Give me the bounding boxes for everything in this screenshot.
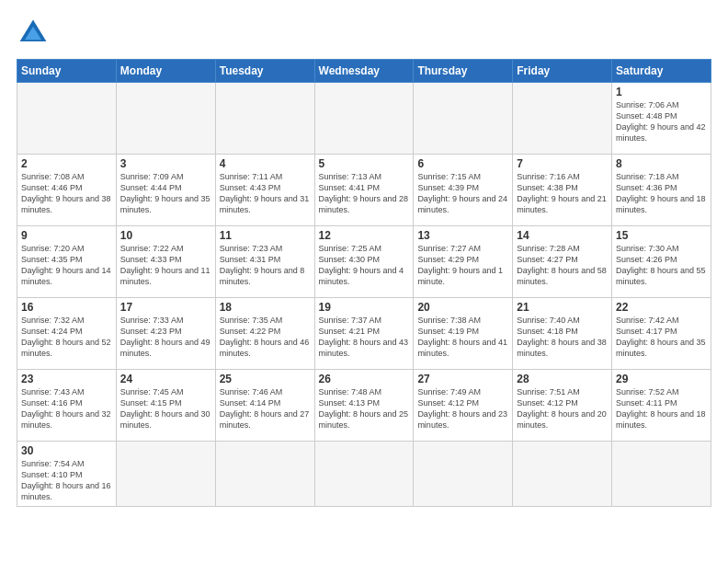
day-cell: 8Sunrise: 7:18 AM Sunset: 4:36 PM Daylig… <box>612 155 711 226</box>
day-cell: 20Sunrise: 7:38 AM Sunset: 4:19 PM Dayli… <box>414 298 513 370</box>
day-cell <box>314 442 414 507</box>
day-info: Sunrise: 7:09 AM Sunset: 4:44 PM Dayligh… <box>120 171 211 216</box>
week-row-4: 23Sunrise: 7:43 AM Sunset: 4:16 PM Dayli… <box>17 370 711 442</box>
day-cell <box>513 83 612 155</box>
day-cell <box>513 442 612 507</box>
day-number: 17 <box>120 301 211 314</box>
day-number: 14 <box>517 229 608 242</box>
day-info: Sunrise: 7:43 AM Sunset: 4:16 PM Dayligh… <box>21 386 112 431</box>
day-cell <box>116 83 215 155</box>
day-cell: 22Sunrise: 7:42 AM Sunset: 4:17 PM Dayli… <box>612 298 711 370</box>
day-number: 9 <box>21 229 112 242</box>
day-number: 21 <box>517 301 608 314</box>
header <box>17 17 711 50</box>
day-cell: 24Sunrise: 7:45 AM Sunset: 4:15 PM Dayli… <box>116 370 215 442</box>
day-number: 12 <box>319 229 410 242</box>
day-cell: 27Sunrise: 7:49 AM Sunset: 4:12 PM Dayli… <box>414 370 513 442</box>
day-cell: 5Sunrise: 7:13 AM Sunset: 4:41 PM Daylig… <box>314 155 414 226</box>
day-cell: 18Sunrise: 7:35 AM Sunset: 4:22 PM Dayli… <box>215 298 314 370</box>
week-row-5: 30Sunrise: 7:54 AM Sunset: 4:10 PM Dayli… <box>17 442 711 507</box>
day-info: Sunrise: 7:51 AM Sunset: 4:12 PM Dayligh… <box>517 386 608 431</box>
day-cell: 7Sunrise: 7:16 AM Sunset: 4:38 PM Daylig… <box>513 155 612 226</box>
day-number: 18 <box>220 301 311 314</box>
day-cell: 25Sunrise: 7:46 AM Sunset: 4:14 PM Dayli… <box>215 370 314 442</box>
day-info: Sunrise: 7:38 AM Sunset: 4:19 PM Dayligh… <box>417 315 508 360</box>
day-cell: 30Sunrise: 7:54 AM Sunset: 4:10 PM Dayli… <box>17 442 117 507</box>
day-cell: 1Sunrise: 7:06 AM Sunset: 4:48 PM Daylig… <box>612 83 711 155</box>
day-info: Sunrise: 7:33 AM Sunset: 4:23 PM Dayligh… <box>120 315 211 360</box>
day-info: Sunrise: 7:08 AM Sunset: 4:46 PM Dayligh… <box>21 171 112 216</box>
day-cell: 23Sunrise: 7:43 AM Sunset: 4:16 PM Dayli… <box>17 370 117 442</box>
day-number: 6 <box>417 157 508 170</box>
weekday-header-saturday: Saturday <box>612 60 711 83</box>
week-row-1: 2Sunrise: 7:08 AM Sunset: 4:46 PM Daylig… <box>17 155 711 226</box>
day-info: Sunrise: 7:18 AM Sunset: 4:36 PM Dayligh… <box>616 171 707 216</box>
weekday-header-wednesday: Wednesday <box>314 60 414 83</box>
day-number: 7 <box>517 157 608 170</box>
day-cell: 15Sunrise: 7:30 AM Sunset: 4:26 PM Dayli… <box>612 226 711 298</box>
week-row-3: 16Sunrise: 7:32 AM Sunset: 4:24 PM Dayli… <box>17 298 711 370</box>
day-info: Sunrise: 7:13 AM Sunset: 4:41 PM Dayligh… <box>319 171 410 216</box>
day-cell <box>414 442 513 507</box>
week-row-0: 1Sunrise: 7:06 AM Sunset: 4:48 PM Daylig… <box>17 83 711 155</box>
day-cell: 19Sunrise: 7:37 AM Sunset: 4:21 PM Dayli… <box>314 298 414 370</box>
logo-icon <box>17 17 50 50</box>
day-info: Sunrise: 7:46 AM Sunset: 4:14 PM Dayligh… <box>220 386 311 431</box>
day-number: 30 <box>21 444 112 457</box>
day-cell: 16Sunrise: 7:32 AM Sunset: 4:24 PM Dayli… <box>17 298 117 370</box>
day-info: Sunrise: 7:37 AM Sunset: 4:21 PM Dayligh… <box>319 315 410 360</box>
day-info: Sunrise: 7:22 AM Sunset: 4:33 PM Dayligh… <box>120 243 211 288</box>
day-cell: 13Sunrise: 7:27 AM Sunset: 4:29 PM Dayli… <box>414 226 513 298</box>
day-cell: 9Sunrise: 7:20 AM Sunset: 4:35 PM Daylig… <box>17 226 117 298</box>
day-cell: 14Sunrise: 7:28 AM Sunset: 4:27 PM Dayli… <box>513 226 612 298</box>
day-number: 25 <box>220 373 311 385</box>
logo <box>17 17 53 50</box>
day-info: Sunrise: 7:49 AM Sunset: 4:12 PM Dayligh… <box>417 386 508 431</box>
day-number: 19 <box>319 301 410 314</box>
day-number: 29 <box>616 373 707 385</box>
day-number: 24 <box>120 373 211 385</box>
day-info: Sunrise: 7:23 AM Sunset: 4:31 PM Dayligh… <box>220 243 311 288</box>
day-cell: 12Sunrise: 7:25 AM Sunset: 4:30 PM Dayli… <box>314 226 414 298</box>
day-cell <box>314 83 414 155</box>
weekday-header-friday: Friday <box>513 60 612 83</box>
weekday-header-row: SundayMondayTuesdayWednesdayThursdayFrid… <box>17 60 711 83</box>
day-info: Sunrise: 7:52 AM Sunset: 4:11 PM Dayligh… <box>616 386 707 431</box>
day-number: 27 <box>417 373 508 385</box>
day-cell: 21Sunrise: 7:40 AM Sunset: 4:18 PM Dayli… <box>513 298 612 370</box>
day-info: Sunrise: 7:06 AM Sunset: 4:48 PM Dayligh… <box>616 99 707 144</box>
day-info: Sunrise: 7:16 AM Sunset: 4:38 PM Dayligh… <box>517 171 608 216</box>
day-info: Sunrise: 7:11 AM Sunset: 4:43 PM Dayligh… <box>220 171 311 216</box>
day-number: 16 <box>21 301 112 314</box>
day-cell: 4Sunrise: 7:11 AM Sunset: 4:43 PM Daylig… <box>215 155 314 226</box>
page: SundayMondayTuesdayWednesdayThursdayFrid… <box>0 0 728 563</box>
day-info: Sunrise: 7:40 AM Sunset: 4:18 PM Dayligh… <box>517 315 608 360</box>
day-number: 13 <box>417 229 508 242</box>
day-cell: 28Sunrise: 7:51 AM Sunset: 4:12 PM Dayli… <box>513 370 612 442</box>
day-cell: 26Sunrise: 7:48 AM Sunset: 4:13 PM Dayli… <box>314 370 414 442</box>
day-number: 22 <box>616 301 707 314</box>
weekday-header-sunday: Sunday <box>17 60 117 83</box>
weekday-header-tuesday: Tuesday <box>215 60 314 83</box>
day-info: Sunrise: 7:45 AM Sunset: 4:15 PM Dayligh… <box>120 386 211 431</box>
day-number: 2 <box>21 157 112 170</box>
day-info: Sunrise: 7:35 AM Sunset: 4:22 PM Dayligh… <box>220 315 311 360</box>
day-info: Sunrise: 7:30 AM Sunset: 4:26 PM Dayligh… <box>616 243 707 288</box>
day-info: Sunrise: 7:54 AM Sunset: 4:10 PM Dayligh… <box>21 458 112 503</box>
day-number: 3 <box>120 157 211 170</box>
day-cell: 2Sunrise: 7:08 AM Sunset: 4:46 PM Daylig… <box>17 155 117 226</box>
day-info: Sunrise: 7:15 AM Sunset: 4:39 PM Dayligh… <box>417 171 508 216</box>
day-number: 28 <box>517 373 608 385</box>
day-number: 26 <box>319 373 410 385</box>
day-number: 15 <box>616 229 707 242</box>
day-number: 10 <box>120 229 211 242</box>
day-cell <box>215 442 314 507</box>
week-row-2: 9Sunrise: 7:20 AM Sunset: 4:35 PM Daylig… <box>17 226 711 298</box>
day-number: 5 <box>319 157 410 170</box>
day-info: Sunrise: 7:48 AM Sunset: 4:13 PM Dayligh… <box>319 386 410 431</box>
weekday-header-thursday: Thursday <box>414 60 513 83</box>
calendar: SundayMondayTuesdayWednesdayThursdayFrid… <box>17 59 711 507</box>
day-info: Sunrise: 7:20 AM Sunset: 4:35 PM Dayligh… <box>21 243 112 288</box>
day-number: 23 <box>21 373 112 385</box>
day-number: 11 <box>220 229 311 242</box>
